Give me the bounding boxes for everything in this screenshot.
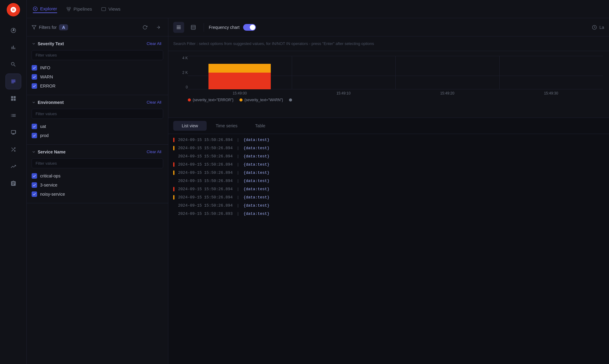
- chart-container: 4 K 2 K 0: [174, 56, 603, 95]
- clock-icon: [592, 25, 597, 30]
- sidebar-item-monitor[interactable]: [5, 125, 21, 140]
- critical-ops-checkbox[interactable]: [32, 173, 37, 179]
- svg-rect-11: [177, 28, 181, 29]
- sidebar-item-explore[interactable]: [5, 22, 21, 38]
- pipelines-nav-icon: [66, 7, 71, 12]
- nav-views[interactable]: Views: [101, 5, 121, 13]
- sidebar-item-search[interactable]: [5, 57, 21, 72]
- chart-body: 15:49:00 15:49:10 15:49:20 15:49:30: [188, 56, 603, 95]
- sidebar-item-reports[interactable]: [5, 176, 21, 191]
- sidebar-item-list[interactable]: [5, 108, 21, 123]
- grid-line-v2: [395, 56, 396, 89]
- environment-filter-input[interactable]: [32, 109, 163, 119]
- error-legend-text: {severity_text="ERROR"}: [193, 98, 233, 102]
- bar-chart-icon: [10, 44, 16, 50]
- x-label-3: 15:49:20: [440, 91, 454, 95]
- refresh-icon: [143, 25, 147, 30]
- service-section-title[interactable]: Service Name: [32, 149, 66, 154]
- nav-explorer[interactable]: Explorer: [33, 5, 57, 13]
- prod-checkbox[interactable]: [32, 133, 37, 138]
- filter-option-3-service[interactable]: 3-service: [32, 180, 163, 190]
- x-label-1: 15:49:00: [232, 91, 247, 95]
- severity-bar-none: [173, 179, 174, 183]
- service-clear-all-button[interactable]: Clear All: [145, 149, 163, 155]
- view-tabs: List view Time series Table: [168, 118, 609, 134]
- sidebar-item-connections[interactable]: [5, 142, 21, 157]
- sidebar-item-logs[interactable]: [5, 74, 21, 89]
- environment-section-title[interactable]: Environment: [32, 100, 64, 105]
- warn-dot: [239, 98, 243, 101]
- tab-table[interactable]: Table: [247, 121, 274, 131]
- time-label: La: [599, 25, 604, 30]
- wrap-view-toggle-button[interactable]: [188, 22, 199, 33]
- log-row[interactable]: 2024-09-15 15:50:26.894 | {data:test}: [168, 185, 609, 193]
- log-text: 2024-09-15 15:50:26.894 | {data:test}: [178, 179, 270, 183]
- refresh-button[interactable]: [140, 22, 150, 32]
- info-checkbox[interactable]: [32, 65, 37, 70]
- sidebar-item-dashboards[interactable]: [5, 91, 21, 106]
- severity-title-text: Severity Text: [38, 41, 64, 46]
- tab-list-view[interactable]: List view: [173, 121, 207, 131]
- noisy-service-label: noisy-service: [40, 192, 65, 197]
- filter-label-row: Filters for A: [32, 24, 68, 30]
- log-row[interactable]: 2024-09-15 15:50:26.894 | {data:test}: [168, 193, 609, 201]
- service-title-text: Service Name: [38, 149, 66, 154]
- log-text: 2024-09-15 15:50:26.894 | {data:test}: [178, 170, 270, 175]
- filter-header: Filters for A: [27, 18, 168, 36]
- list-view-toggle-button[interactable]: [173, 22, 184, 33]
- filter-option-noisy-service[interactable]: noisy-service: [32, 190, 163, 199]
- sidebar-item-charts[interactable]: [5, 39, 21, 55]
- chart-bar-error: [208, 73, 271, 89]
- right-toolbar: Frequency chart La: [168, 18, 609, 36]
- environment-clear-all-button[interactable]: Clear All: [145, 99, 163, 105]
- filter-option-info[interactable]: INFO: [32, 63, 163, 72]
- nav-pipelines-label: Pipelines: [74, 6, 92, 12]
- noisy-service-checkbox[interactable]: [32, 191, 37, 197]
- warn-checkbox[interactable]: [32, 74, 37, 80]
- log-row[interactable]: 2024-09-15 15:50:26.894 | {data:test}: [168, 160, 609, 169]
- log-row[interactable]: 2024-09-15 15:50:26.893 | {data:test}: [168, 210, 609, 218]
- check-icon: [33, 174, 36, 178]
- log-row[interactable]: 2024-09-15 15:50:26.894 | {data:test}: [168, 152, 609, 160]
- sidebar-item-analytics[interactable]: [5, 159, 21, 174]
- log-row[interactable]: 2024-09-15 15:50:26.894 | {data:test}: [168, 169, 609, 177]
- nav-pipelines[interactable]: Pipelines: [66, 5, 92, 13]
- log-row[interactable]: 2024-09-15 15:50:26.894 | {data:test}: [168, 136, 609, 144]
- log-row[interactable]: 2024-09-15 15:50:26.894 | {data:test}: [168, 201, 609, 210]
- filter-option-prod[interactable]: prod: [32, 131, 163, 140]
- 3-service-checkbox[interactable]: [32, 182, 37, 188]
- collapse-button[interactable]: [153, 22, 163, 32]
- filter-option-error[interactable]: ERROR: [32, 81, 163, 91]
- uat-checkbox[interactable]: [32, 124, 37, 129]
- tab-time-series[interactable]: Time series: [207, 121, 246, 131]
- log-row[interactable]: 2024-09-15 15:50:26.894 | {data:test}: [168, 144, 609, 152]
- filter-option-critical-ops[interactable]: critical-ops: [32, 171, 163, 180]
- svg-point-1: [35, 8, 36, 9]
- error-checkbox[interactable]: [32, 83, 37, 89]
- log-text: 2024-09-15 15:50:26.894 | {data:test}: [178, 154, 270, 159]
- chart-bar-warn: [208, 64, 271, 73]
- svg-rect-6: [102, 7, 105, 11]
- app-logo[interactable]: [7, 3, 20, 16]
- severity-clear-all-button[interactable]: Clear All: [145, 41, 163, 46]
- filter-option-warn[interactable]: WARN: [32, 72, 163, 81]
- filter-option-uat[interactable]: uat: [32, 122, 163, 131]
- views-icon: [101, 7, 106, 12]
- severity-section-title[interactable]: Severity Text: [32, 41, 64, 46]
- log-text: 2024-09-15 15:50:26.894 | {data:test}: [178, 162, 270, 167]
- filter-icon: [32, 25, 36, 30]
- service-section-header: Service Name Clear All: [32, 149, 163, 155]
- log-search-input[interactable]: [173, 41, 604, 46]
- grid-line-v3: [499, 56, 500, 89]
- log-list: 2024-09-15 15:50:26.894 | {data:test} 20…: [168, 134, 609, 364]
- freq-chart-label: Frequency chart: [209, 25, 239, 30]
- service-filter-input[interactable]: [32, 158, 163, 168]
- severity-filter-input[interactable]: [32, 50, 163, 60]
- uat-label: uat: [40, 124, 46, 129]
- freq-chart-toggle[interactable]: [243, 24, 256, 31]
- log-row[interactable]: 2024-09-15 15:50:26.894 | {data:test}: [168, 177, 609, 185]
- check-icon: [33, 66, 36, 70]
- environment-section-header: Environment Clear All: [32, 99, 163, 105]
- svg-rect-12: [191, 25, 195, 29]
- compass-icon: [10, 27, 16, 33]
